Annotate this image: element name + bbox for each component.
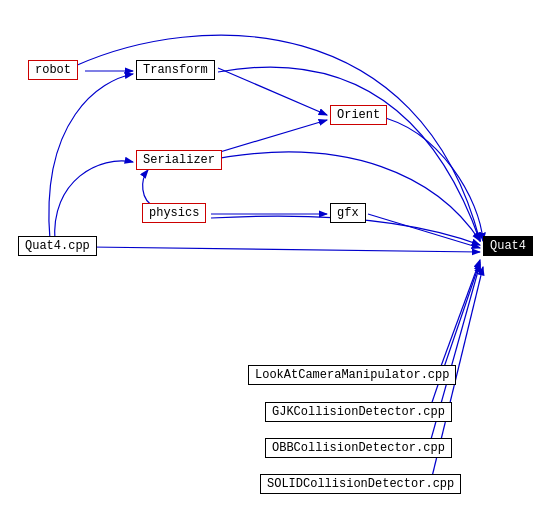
robot-node: robot [28, 60, 78, 80]
lookatcamera-node: LookAtCameraManipulator.cpp [248, 365, 456, 385]
obb-node: OBBCollisionDetector.cpp [265, 438, 452, 458]
solid-node: SOLIDCollisionDetector.cpp [260, 474, 461, 494]
orient-node: Orient [330, 105, 387, 125]
gfx-node: gfx [330, 203, 366, 223]
serializer-node: Serializer [136, 150, 222, 170]
quat4-node: Quat4 [483, 236, 533, 256]
quat4cpp-node: Quat4.cpp [18, 236, 97, 256]
transform-node: Transform [136, 60, 215, 80]
gjk-node: GJKCollisionDetector.cpp [265, 402, 452, 422]
physics-node: physics [142, 203, 206, 223]
dependency-diagram: robot Transform Orient Serializer physic… [0, 0, 555, 531]
